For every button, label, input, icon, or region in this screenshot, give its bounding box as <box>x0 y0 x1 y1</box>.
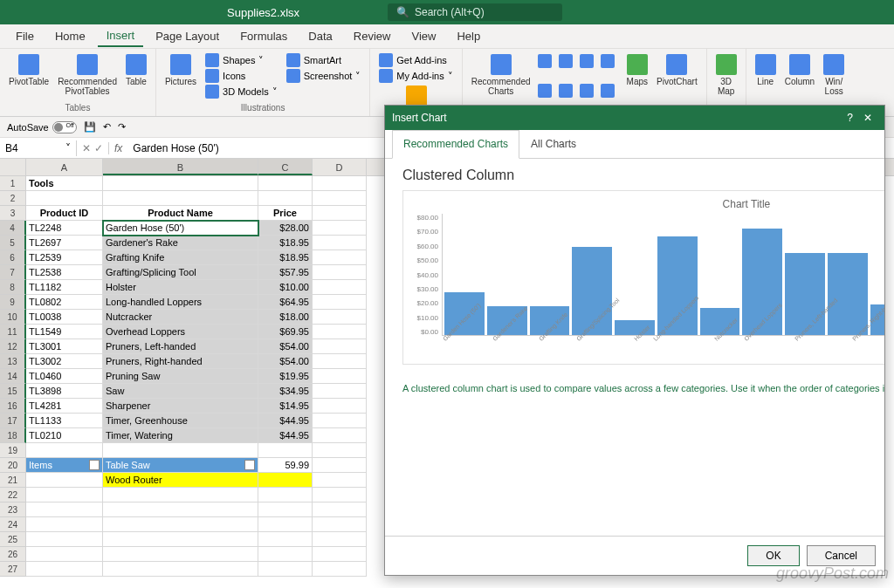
cell[interactable]: TL3898 <box>26 384 103 399</box>
cell[interactable]: $10.00 <box>258 280 313 295</box>
cell[interactable] <box>313 206 367 221</box>
cell[interactable]: Saw <box>103 384 258 399</box>
cell[interactable] <box>258 191 313 206</box>
cell[interactable] <box>258 547 313 562</box>
cell[interactable] <box>313 265 367 280</box>
cell[interactable] <box>26 503 103 517</box>
row-header[interactable]: 23 <box>0 503 26 517</box>
tab-insert[interactable]: Insert <box>98 25 144 47</box>
tab-file[interactable]: File <box>7 26 43 46</box>
cell[interactable] <box>103 517 258 532</box>
cell[interactable]: $19.95 <box>258 369 313 384</box>
tab-recommended-charts[interactable]: Recommended Charts <box>392 130 519 159</box>
cell[interactable]: $14.95 <box>258 399 313 414</box>
cell[interactable]: TL2538 <box>26 265 103 280</box>
cell[interactable]: TL1133 <box>26 414 103 428</box>
cell[interactable]: Tools <box>26 176 103 191</box>
cell[interactable] <box>313 414 367 428</box>
cell[interactable]: 59.99 <box>258 458 313 473</box>
cell[interactable] <box>103 443 258 458</box>
cell[interactable]: Pruning Saw <box>103 369 258 384</box>
row-header[interactable]: 5 <box>0 236 26 250</box>
cell[interactable] <box>103 191 258 206</box>
cell[interactable]: TL0210 <box>26 428 103 443</box>
cell[interactable] <box>313 458 367 473</box>
row-header[interactable]: 10 <box>0 310 26 325</box>
cell[interactable] <box>103 547 258 562</box>
cell[interactable]: $34.95 <box>258 384 313 399</box>
pivottable-button[interactable]: PivotTable <box>5 52 52 101</box>
row-header[interactable]: 20 <box>0 458 26 473</box>
cell[interactable]: TL0038 <box>26 310 103 325</box>
tab-home[interactable]: Home <box>46 26 94 46</box>
row-header[interactable]: 8 <box>0 280 26 295</box>
cell[interactable] <box>313 532 367 547</box>
cell[interactable]: TL2697 <box>26 236 103 250</box>
cell[interactable]: Timer, Greenhouse <box>103 414 258 428</box>
column-chart-icon[interactable] <box>538 54 552 68</box>
cell[interactable]: $44.95 <box>258 428 313 443</box>
recommended-pivottables-button[interactable]: Recommended PivotTables <box>54 52 120 101</box>
cell[interactable]: $54.00 <box>258 354 313 369</box>
row-header[interactable]: 19 <box>0 443 26 458</box>
cell[interactable] <box>313 503 367 517</box>
shapes-button[interactable]: Shapes ˅ <box>202 52 281 68</box>
sparkline-column-button[interactable]: Column <box>781 52 818 113</box>
cell[interactable]: Garden Hose (50') <box>103 221 258 236</box>
row-header[interactable]: 27 <box>0 562 26 577</box>
name-box[interactable]: B4˅ <box>0 140 77 156</box>
redo-icon[interactable]: ↷ <box>118 121 126 133</box>
cell[interactable] <box>313 221 367 236</box>
cell[interactable] <box>313 562 367 577</box>
cell[interactable] <box>258 517 313 532</box>
row-header[interactable]: 6 <box>0 250 26 265</box>
cell[interactable]: Holster <box>103 280 258 295</box>
cell[interactable]: Table Saw▾ <box>103 458 258 473</box>
cell[interactable] <box>313 473 367 488</box>
cell[interactable] <box>258 443 313 458</box>
cell[interactable] <box>26 562 103 577</box>
cell[interactable] <box>313 280 367 295</box>
cell[interactable] <box>26 473 103 488</box>
cell[interactable]: TL2248 <box>26 221 103 236</box>
sparkline-line-button[interactable]: Line <box>752 52 780 113</box>
tab-view[interactable]: View <box>402 26 444 46</box>
cell[interactable] <box>258 532 313 547</box>
cell[interactable]: Price <box>258 206 313 221</box>
row-header[interactable]: 25 <box>0 532 26 547</box>
icons-button[interactable]: Icons <box>202 68 281 84</box>
cell[interactable] <box>103 532 258 547</box>
ok-button[interactable]: OK <box>747 545 799 566</box>
save-icon[interactable]: 💾 <box>84 121 96 133</box>
cell[interactable]: $69.95 <box>258 325 313 339</box>
cell[interactable] <box>313 250 367 265</box>
cell[interactable]: Nutcracker <box>103 310 258 325</box>
autosave-toggle[interactable]: AutoSave Off <box>7 121 77 133</box>
cell[interactable] <box>313 369 367 384</box>
cell[interactable] <box>26 517 103 532</box>
pivotchart-button[interactable]: PivotChart <box>653 52 701 113</box>
sparkline-winloss-button[interactable]: Win/ Loss <box>820 52 848 113</box>
cell[interactable] <box>313 547 367 562</box>
row-header[interactable]: 11 <box>0 325 26 339</box>
tab-pagelayout[interactable]: Page Layout <box>147 26 228 46</box>
row-header[interactable]: 4 <box>0 221 26 236</box>
help-button[interactable]: ? <box>842 112 858 124</box>
cell[interactable] <box>313 517 367 532</box>
row-header[interactable]: 2 <box>0 191 26 206</box>
scatter-chart-icon[interactable] <box>559 84 573 98</box>
cell[interactable]: Pruners, Left-handed <box>103 339 258 354</box>
cell[interactable]: $28.00 <box>258 221 313 236</box>
fx-label[interactable]: fx <box>109 142 127 154</box>
cell[interactable] <box>313 191 367 206</box>
cell[interactable]: TL2539 <box>26 250 103 265</box>
row-header[interactable]: 1 <box>0 176 26 191</box>
select-all-corner[interactable] <box>0 159 26 175</box>
cell[interactable] <box>313 339 367 354</box>
cell[interactable]: $64.95 <box>258 295 313 310</box>
my-addins-button[interactable]: My Add-ins ˅ <box>375 68 456 84</box>
pictures-button[interactable]: Pictures <box>162 52 200 101</box>
cell[interactable] <box>258 473 313 488</box>
cell[interactable]: TL1549 <box>26 325 103 339</box>
stock-chart-icon[interactable] <box>580 84 594 98</box>
